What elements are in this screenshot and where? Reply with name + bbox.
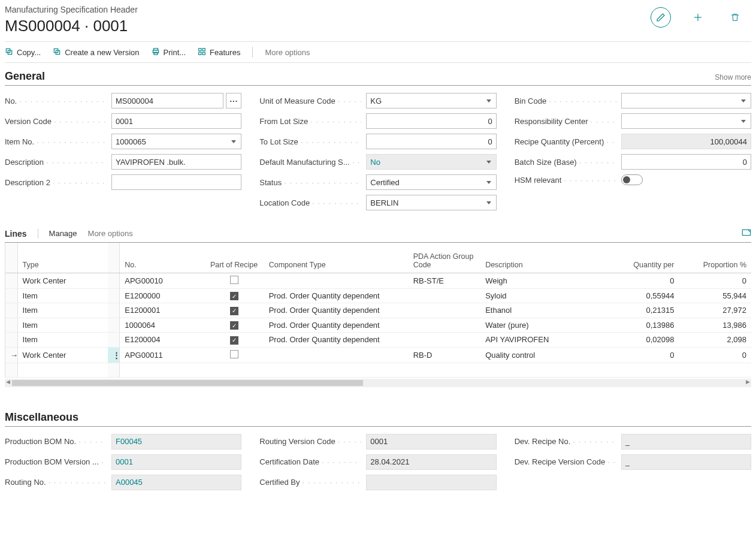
col-comp-type[interactable]: Component Type [264, 243, 409, 273]
cell-description[interactable]: Quality control [480, 347, 589, 363]
cell-proportion[interactable]: 27,972 [679, 303, 751, 318]
cell-component-type[interactable]: Prod. Order Quantity dependent [264, 318, 409, 333]
description-field[interactable] [111, 154, 241, 170]
expand-lines-icon[interactable] [742, 228, 751, 239]
cell-no[interactable]: 1000064 [120, 318, 204, 333]
cell-pda-group[interactable] [409, 318, 480, 333]
no-assist-button[interactable]: ··· [226, 93, 241, 108]
copy-button[interactable]: Copy... [5, 47, 41, 58]
cell-no[interactable]: E1200001 [120, 303, 204, 318]
cell-component-type[interactable] [264, 347, 409, 363]
cell-no[interactable]: E1200000 [120, 288, 204, 303]
cell-proportion[interactable]: 13,986 [679, 318, 751, 333]
checkbox-unchecked-icon[interactable] [230, 350, 238, 358]
cell-description[interactable]: Weigh [480, 273, 589, 288]
checkbox-checked-icon[interactable]: ✓ [230, 336, 238, 345]
create-version-button[interactable]: Create a new Version [53, 47, 139, 58]
cell-pda-group[interactable] [409, 288, 480, 303]
cell-type[interactable]: Item [17, 333, 108, 348]
cell-type[interactable]: Work Center [17, 347, 108, 363]
table-row[interactable]: Work CenterAPG00010RB-ST/EWeigh00 [5, 273, 751, 288]
cell-pda-group[interactable] [409, 333, 480, 348]
features-button[interactable]: Features [198, 47, 240, 58]
cell-description[interactable]: Syloid [480, 288, 589, 303]
item-no-field[interactable]: 1000065 [111, 134, 241, 149]
cell-qty-per[interactable]: 0,21315 [589, 303, 679, 318]
edit-icon[interactable] [651, 7, 671, 28]
checkbox-checked-icon[interactable]: ✓ [230, 292, 238, 300]
row-menu-button[interactable] [108, 288, 120, 303]
row-indicator[interactable] [5, 303, 17, 318]
from-lot-field[interactable] [366, 113, 496, 129]
cell-description[interactable]: API YAVIPROFEN [480, 333, 589, 348]
cell-qty-per[interactable]: 0,02098 [589, 333, 679, 348]
bin-field[interactable] [621, 93, 751, 108]
description2-field[interactable] [111, 174, 241, 190]
cell-description[interactable]: Water (pure) [480, 318, 589, 333]
row-menu-button[interactable]: ⋮ [108, 347, 120, 363]
cell-part-of-recipe[interactable] [204, 347, 264, 363]
lines-more-options-button[interactable]: More options [88, 229, 133, 238]
no-field[interactable] [111, 93, 223, 108]
cell-pda-group[interactable]: RB-D [409, 347, 480, 363]
row-menu-button[interactable] [108, 303, 120, 318]
status-field[interactable]: Certified [366, 174, 496, 190]
cell-component-type[interactable] [264, 273, 409, 288]
col-recipe[interactable]: Part of Recipe [204, 243, 264, 273]
batch-size-field[interactable] [621, 154, 751, 170]
cell-proportion[interactable]: 55,944 [679, 288, 751, 303]
manage-button[interactable]: Manage [49, 229, 77, 238]
checkbox-checked-icon[interactable]: ✓ [230, 321, 238, 330]
cell-part-of-recipe[interactable] [204, 273, 264, 288]
col-proportion[interactable]: Proportion % [679, 243, 751, 273]
cell-type[interactable]: Item [17, 303, 108, 318]
horizontal-scrollbar[interactable] [5, 379, 751, 387]
hsm-toggle[interactable] [621, 174, 643, 185]
new-icon[interactable] [688, 7, 708, 28]
col-qty-per[interactable]: Quantity per [589, 243, 679, 273]
row-indicator[interactable] [5, 273, 17, 288]
cell-proportion[interactable]: 2,098 [679, 333, 751, 348]
cell-part-of-recipe[interactable]: ✓ [204, 303, 264, 318]
cell-no[interactable]: APG00011 [120, 347, 204, 363]
print-button[interactable]: Print... [152, 47, 186, 58]
cell-pda-group[interactable] [409, 303, 480, 318]
cell-no[interactable]: E1200004 [120, 333, 204, 348]
show-more-link[interactable]: Show more [715, 73, 751, 82]
row-indicator[interactable]: → [5, 347, 17, 363]
scrollbar-thumb[interactable] [12, 380, 363, 386]
cell-no[interactable]: APG00010 [120, 273, 204, 288]
table-row[interactable]: Item1000064✓Prod. Order Quantity depende… [5, 318, 751, 333]
to-lot-field[interactable] [366, 134, 496, 149]
cell-proportion[interactable]: 0 [679, 347, 751, 363]
col-pda[interactable]: PDA Action Group Code [409, 243, 480, 273]
table-row[interactable]: ItemE1200001✓Prod. Order Quantity depend… [5, 303, 751, 318]
row-menu-button[interactable] [108, 273, 120, 288]
cell-qty-per[interactable]: 0 [589, 347, 679, 363]
cell-part-of-recipe[interactable]: ✓ [204, 333, 264, 348]
cell-type[interactable]: Work Center [17, 273, 108, 288]
location-field[interactable]: BERLIN [366, 195, 496, 210]
table-row-empty[interactable] [5, 363, 751, 377]
more-options-button[interactable]: More options [265, 48, 310, 57]
cell-part-of-recipe[interactable]: ✓ [204, 318, 264, 333]
col-no[interactable]: No. [120, 243, 204, 273]
row-menu-button[interactable] [108, 333, 120, 348]
cell-description[interactable]: Ethanol [480, 303, 589, 318]
cell-part-of-recipe[interactable]: ✓ [204, 288, 264, 303]
uom-field[interactable]: KG [366, 93, 496, 108]
cell-proportion[interactable]: 0 [679, 273, 751, 288]
row-menu-button[interactable] [108, 318, 120, 333]
row-indicator[interactable] [5, 333, 17, 348]
version-code-field[interactable] [111, 113, 241, 129]
col-description[interactable]: Description [480, 243, 589, 273]
cell-qty-per[interactable]: 0,13986 [589, 318, 679, 333]
delete-icon[interactable] [725, 7, 745, 28]
checkbox-unchecked-icon[interactable] [230, 276, 238, 284]
table-row[interactable]: ItemE1200000✓Prod. Order Quantity depend… [5, 288, 751, 303]
cell-component-type[interactable]: Prod. Order Quantity dependent [264, 303, 409, 318]
table-row[interactable]: →Work Center⋮APG00011RB-DQuality control… [5, 347, 751, 363]
cell-pda-group[interactable]: RB-ST/E [409, 273, 480, 288]
col-type[interactable]: Type [17, 243, 108, 273]
checkbox-checked-icon[interactable]: ✓ [230, 307, 238, 315]
